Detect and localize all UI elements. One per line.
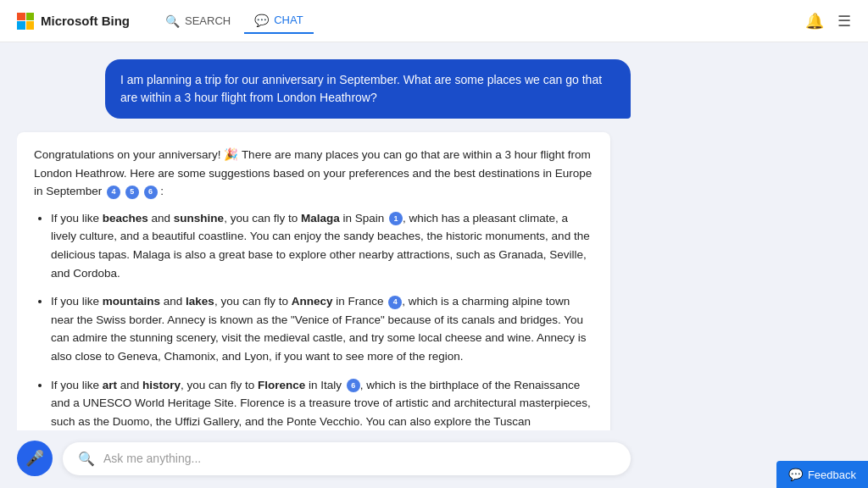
notifications-button[interactable]: 🔔: [805, 12, 824, 30]
user-message: I am planning a trip for our anniversary…: [105, 59, 631, 119]
li1-bold1: beaches: [103, 212, 148, 225]
li2-bold1: mountains: [103, 295, 160, 308]
logo-q1: [17, 13, 25, 21]
li2-bold3: Annecy: [292, 295, 333, 308]
brand-name: Microsoft Bing: [41, 14, 130, 28]
chat-input[interactable]: [103, 452, 615, 465]
nav-items: 🔍 SEARCH 💬 CHAT: [155, 8, 314, 34]
bot-intro: Congratulations on your anniversary! 🎉 T…: [34, 146, 593, 201]
li1-bold2: sunshine: [174, 212, 224, 225]
logo-q2: [26, 13, 35, 21]
feedback-button[interactable]: 💬 Feedback: [776, 461, 868, 488]
input-search-icon: 🔍: [78, 451, 95, 467]
colon: :: [158, 185, 164, 197]
right-panel: [648, 42, 868, 488]
list-item: If you like mountains and lakes, you can…: [51, 292, 593, 365]
feedback-icon: 💬: [788, 468, 803, 481]
mic-icon: 🎤: [25, 449, 44, 468]
li3-bold3: Florence: [258, 379, 305, 391]
main: I am planning a trip for our anniversary…: [0, 42, 868, 488]
bot-response: Congratulations on your anniversary! 🎉 T…: [17, 132, 610, 430]
input-area: 🎤 🔍: [17, 430, 631, 488]
list-item: If you like beaches and sunshine, you ca…: [51, 209, 593, 282]
header: Microsoft Bing 🔍 SEARCH 💬 CHAT 🔔 ☰: [0, 0, 868, 42]
li3-text: If you like art and history, you can fly…: [51, 379, 345, 391]
li1-bold3: Malaga: [301, 212, 340, 225]
li2-text: If you like mountains and lakes, you can…: [51, 295, 387, 308]
nav-chat-label: CHAT: [274, 14, 303, 26]
microsoft-logo: [17, 13, 34, 30]
user-message-text: I am planning a trip for our anniversary…: [120, 73, 602, 104]
search-nav-icon: 🔍: [165, 14, 180, 28]
bot-list: If you like beaches and sunshine, you ca…: [34, 209, 593, 430]
li3-bold2: history: [142, 379, 181, 391]
menu-button[interactable]: ☰: [837, 12, 851, 30]
nav-search-label: SEARCH: [185, 14, 231, 27]
hamburger-icon: ☰: [837, 12, 851, 30]
messages-container: I am planning a trip for our anniversary…: [17, 59, 631, 430]
logo-q3: [17, 21, 25, 30]
cite-6[interactable]: 6: [144, 186, 158, 199]
li3-bold1: art: [103, 379, 117, 391]
logo-q4: [26, 21, 35, 30]
chat-area: I am planning a trip for our anniversary…: [0, 42, 648, 488]
cite-1[interactable]: 1: [389, 212, 403, 225]
bell-icon: 🔔: [805, 12, 824, 30]
cite-6b[interactable]: 6: [347, 379, 360, 392]
logo-area: Microsoft Bing: [17, 13, 130, 30]
search-input-container: 🔍: [63, 442, 631, 475]
list-item: If you like art and history, you can fly…: [51, 376, 593, 430]
cite-4[interactable]: 4: [107, 186, 120, 199]
feedback-label: Feedback: [808, 469, 856, 481]
cite-5[interactable]: 5: [125, 186, 139, 199]
nav-chat[interactable]: 💬 CHAT: [244, 8, 313, 34]
cite-4b[interactable]: 4: [388, 296, 402, 309]
header-right: 🔔 ☰: [805, 12, 851, 30]
mic-button[interactable]: 🎤: [17, 441, 53, 476]
li2-bold2: lakes: [186, 295, 214, 308]
nav-search[interactable]: 🔍 SEARCH: [155, 9, 241, 33]
li1-text: If you like beaches and sunshine, you ca…: [51, 212, 387, 225]
chat-nav-icon: 💬: [254, 14, 269, 27]
